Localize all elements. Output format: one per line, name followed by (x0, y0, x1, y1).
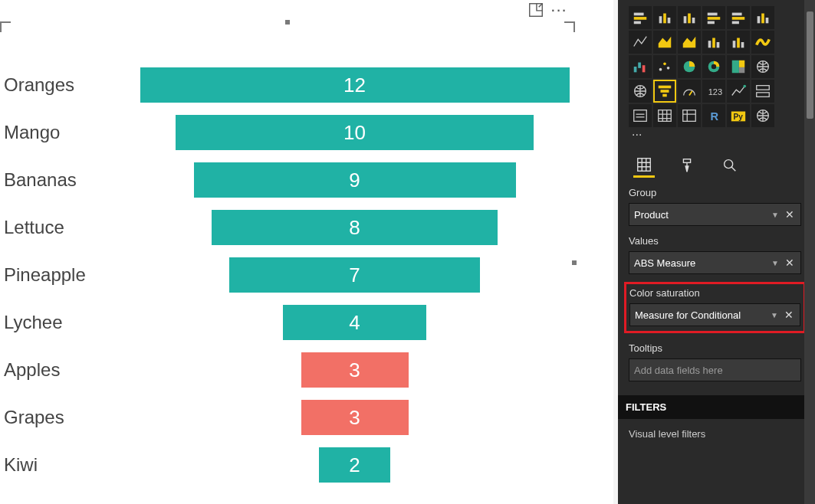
visual-gallery: 123RPy (629, 6, 780, 127)
chart-row[interactable]: Lettuce8 (4, 204, 606, 251)
svg-rect-17 (761, 14, 764, 24)
svg-rect-21 (708, 41, 711, 47)
chart-row[interactable]: Pineapple7 (4, 251, 606, 299)
vis-kpi-icon[interactable] (727, 80, 750, 103)
svg-rect-53 (683, 110, 696, 122)
close-icon[interactable]: ✕ (785, 257, 796, 269)
group-label: Group (629, 187, 801, 198)
vis-matrix-icon[interactable] (678, 104, 701, 127)
vis-line-column-icon[interactable] (702, 31, 725, 54)
vis-table-icon[interactable] (653, 104, 676, 127)
chart-row[interactable]: Mango10 (4, 109, 606, 156)
vis-slicer-icon[interactable] (629, 104, 652, 127)
svg-rect-1 (634, 13, 644, 16)
group-well[interactable]: Product ▼ ✕ (629, 203, 801, 226)
close-icon[interactable]: ✕ (785, 208, 796, 221)
bar[interactable]: 7 (229, 257, 480, 293)
more-visuals-icon[interactable]: ··· (629, 127, 652, 142)
category-label: Oranges (4, 74, 104, 96)
values-value: ABS Measure (634, 257, 768, 269)
vis-donut-icon[interactable] (702, 55, 725, 78)
vis-waterfall-icon[interactable] (629, 55, 652, 78)
chart-row[interactable]: Kiwi2 (4, 441, 606, 489)
svg-rect-12 (708, 21, 715, 25)
svg-rect-28 (638, 63, 641, 68)
tab-analytics[interactable] (719, 156, 741, 178)
svg-rect-8 (688, 14, 691, 24)
funnel-chart[interactable]: Oranges12Mango10Bananas9Lettuce8Pineappl… (4, 15, 606, 489)
chevron-down-icon[interactable]: ▼ (771, 259, 782, 267)
vis-area-stacked-icon[interactable] (678, 31, 701, 54)
chart-row[interactable]: Apples3 (4, 346, 606, 394)
tooltips-label: Tooltips (629, 342, 801, 354)
vis-gauge-icon[interactable] (678, 80, 701, 103)
vis-line-column-clustered-icon[interactable] (727, 31, 750, 54)
chart-row[interactable]: Lychee4 (4, 299, 606, 346)
svg-rect-27 (634, 67, 637, 72)
svg-text:R: R (710, 110, 718, 123)
chart-row[interactable]: Grapes3 (4, 394, 606, 441)
svg-rect-14 (732, 17, 745, 20)
bar[interactable]: 4 (283, 305, 426, 340)
vis-card-icon[interactable]: 123 (702, 80, 725, 103)
close-icon[interactable]: ✕ (784, 309, 795, 321)
vis-funnel-icon[interactable] (653, 80, 676, 103)
chart-row[interactable]: Oranges12 (4, 61, 606, 109)
vis-filled-map-icon[interactable] (629, 80, 652, 103)
chart-row[interactable]: Bananas9 (4, 156, 606, 204)
svg-rect-24 (733, 41, 736, 47)
category-label: Lettuce (4, 217, 104, 238)
tab-fields[interactable] (633, 156, 655, 178)
chevron-down-icon[interactable]: ▼ (771, 311, 781, 319)
category-label: Grapes (4, 407, 104, 428)
pane-tabs (633, 156, 801, 178)
svg-rect-52 (659, 110, 672, 122)
tooltips-well[interactable]: Add data fields here (629, 358, 801, 381)
bar[interactable]: 3 (301, 400, 409, 435)
tab-format[interactable] (676, 156, 698, 178)
bar[interactable]: 8 (212, 210, 498, 245)
svg-rect-18 (766, 18, 769, 23)
vis-multi-card-icon[interactable] (751, 80, 774, 103)
vis-bar-100-icon[interactable] (727, 6, 750, 29)
bar[interactable]: 10 (176, 115, 534, 150)
svg-rect-47 (757, 86, 770, 90)
color-saturation-well[interactable]: Measure for Conditional ▼ ✕ (629, 303, 800, 326)
vis-arcgis-icon[interactable] (751, 104, 774, 127)
bar[interactable]: 12 (140, 67, 570, 103)
svg-rect-42 (661, 90, 669, 93)
bar[interactable]: 2 (319, 447, 390, 483)
category-label: Apples (4, 359, 104, 381)
vis-ribbon-icon[interactable] (751, 31, 774, 54)
svg-point-46 (743, 85, 746, 88)
vis-column-stacked-icon[interactable] (653, 6, 676, 29)
vis-py-visual-icon[interactable]: Py (727, 104, 750, 127)
chevron-down-icon[interactable]: ▼ (771, 211, 782, 219)
svg-rect-25 (737, 38, 740, 48)
svg-rect-23 (717, 42, 720, 47)
vis-area-icon[interactable] (653, 31, 676, 54)
vis-scatter-icon[interactable] (653, 55, 676, 78)
vis-r-visual-icon[interactable]: R (702, 104, 725, 127)
vis-pie-icon[interactable] (678, 55, 701, 78)
vis-bar-stacked-icon[interactable] (629, 6, 652, 29)
bar[interactable]: 3 (301, 352, 409, 388)
svg-rect-11 (708, 17, 721, 20)
bar[interactable]: 9 (194, 162, 516, 198)
values-well[interactable]: ABS Measure ▼ ✕ (629, 251, 801, 274)
vis-column-100-icon[interactable] (751, 6, 774, 29)
category-label: Bananas (4, 169, 104, 191)
report-canvas[interactable]: ··· Oranges12Mango10Bananas9Lettuce8Pine… (0, 0, 613, 504)
vis-map-globe-icon[interactable] (751, 55, 774, 78)
vis-column-clustered-icon[interactable] (678, 6, 701, 29)
svg-rect-16 (757, 16, 761, 23)
category-label: Mango (4, 122, 104, 143)
vis-line-icon[interactable] (629, 31, 652, 54)
svg-rect-4 (659, 16, 662, 23)
values-label: Values (629, 235, 801, 247)
filters-header[interactable]: FILTERS (618, 395, 815, 419)
pane-scrollbar[interactable] (804, 0, 815, 504)
vis-bar-clustered-icon[interactable] (702, 6, 725, 29)
vis-treemap-icon[interactable] (727, 55, 750, 78)
svg-rect-29 (642, 65, 646, 72)
